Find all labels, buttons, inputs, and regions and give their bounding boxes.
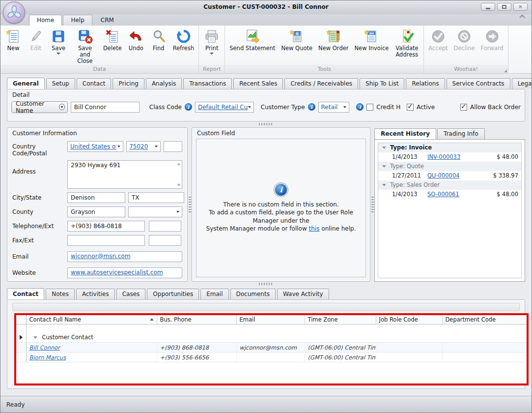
allow-back-order-checkbox[interactable] [460, 104, 467, 111]
new-invoice-button[interactable]: NV★New Invoice [352, 26, 392, 65]
history-row[interactable]: 1/27/2011QU-000004$ 338.97 [378, 171, 521, 180]
tab-recent-sales[interactable]: Recent Sales [233, 78, 283, 89]
class-code-dropdown[interactable]: Default Retail Customer C [195, 102, 254, 113]
contact-name-link[interactable]: Bill Connor [29, 344, 60, 351]
history-row[interactable]: 1/4/2013SO-000061$ 48.00 [378, 190, 521, 199]
save-button[interactable]: Save [47, 26, 70, 65]
email-input[interactable]: wjconnor@msn.com [67, 251, 182, 262]
scroll-up-icon[interactable] [177, 163, 181, 165]
city-input[interactable] [67, 192, 125, 203]
ribbon-tab-crm[interactable]: CRM [93, 15, 121, 26]
tab-setup[interactable]: Setup [46, 78, 75, 89]
website-value[interactable]: www.autoservicespecialist.com [71, 269, 163, 276]
row-selector-cell[interactable] [16, 333, 26, 343]
history-tab-recent-history[interactable]: Recent History [374, 128, 436, 139]
tab-legacy[interactable]: Legacy [512, 78, 532, 89]
history-document-link[interactable]: QU-000004 [427, 172, 480, 179]
history-row[interactable]: 1/4/2013INV-000033$ 48.00 [378, 152, 521, 162]
field-selector-dropdown[interactable]: Customer Name [11, 101, 68, 113]
find-button[interactable]: Find [147, 26, 170, 65]
app-logo-icon[interactable] [3, 1, 25, 24]
maximize-button[interactable] [497, 3, 511, 11]
credit-hold-info-icon[interactable]: i [356, 103, 364, 111]
minimize-button[interactable] [481, 3, 495, 11]
new-order-button[interactable]: ★New Order [315, 26, 351, 65]
history-document-link[interactable]: SO-000061 [427, 191, 480, 198]
subtab-opportunities[interactable]: Opportunities [147, 289, 199, 299]
tab-ship-to-list[interactable]: Ship To List [360, 78, 404, 89]
ribbon-tab-home[interactable]: Home [29, 15, 62, 26]
ribbon-tab-help[interactable]: Help [63, 15, 92, 26]
address-textarea[interactable]: 2930 Hyway 691 [67, 160, 182, 189]
fax-ext-input[interactable] [149, 235, 181, 246]
country-dropdown[interactable]: United States of Amer [67, 141, 123, 152]
close-button[interactable]: ✕ [513, 3, 528, 11]
website-input[interactable]: www.autoservicespecialist.com [67, 267, 182, 278]
history-group-row[interactable]: Type: Quote [378, 162, 521, 171]
subtab-activities[interactable]: Activities [76, 289, 115, 299]
phone-ext-input[interactable] [149, 221, 181, 232]
postal-extra-input[interactable] [164, 141, 182, 152]
refresh-button[interactable]: Refresh [170, 26, 197, 65]
customer-name-input[interactable] [71, 102, 140, 113]
column-header-job-role-code[interactable]: Job Role Code [376, 315, 442, 324]
history-group-row[interactable]: Type: Invoice [378, 143, 521, 152]
county-input[interactable] [67, 206, 125, 217]
subtab-cases[interactable]: Cases [116, 289, 146, 299]
column-header-department-code[interactable]: Department Code [442, 315, 527, 324]
state-input[interactable] [128, 192, 184, 203]
row-selector-cell[interactable] [16, 353, 26, 362]
tab-service-contracts[interactable]: Service Contracts [447, 78, 510, 89]
dialog-launcher-icon[interactable] [504, 69, 507, 72]
contact-row[interactable]: Bjorn Marcus+(903) 556-6656(GMT-06:00) C… [16, 353, 527, 362]
collapse-triangle-icon[interactable] [33, 336, 37, 339]
history-tab-trading-info[interactable]: Trading Info [437, 128, 485, 139]
phone-input[interactable] [67, 221, 145, 232]
subtab-documents[interactable]: Documents [230, 289, 276, 299]
delete-button[interactable]: Delete [100, 26, 125, 65]
tab-analysis[interactable]: Analysis [146, 78, 182, 89]
customer-type-info-icon[interactable]: i [308, 103, 315, 111]
horizontal-splitter[interactable] [7, 121, 525, 127]
online-help-link[interactable]: this [309, 225, 320, 232]
class-code-info-icon[interactable]: i [185, 103, 192, 111]
county-dropdown[interactable] [128, 206, 182, 217]
validate-address-button[interactable]: Validate Address [392, 26, 422, 65]
subtab-wave-activity[interactable]: Wave Activity [277, 289, 329, 299]
save-and-close-button[interactable]: Save and Close [70, 26, 100, 65]
undo-button[interactable]: Undo [125, 26, 147, 65]
email-value[interactable]: wjconnor@msn.com [71, 253, 131, 260]
subtab-contact[interactable]: Contact [7, 288, 44, 299]
vertical-splitter[interactable] [188, 127, 192, 282]
history-group-row[interactable]: Type: Sales Order [378, 180, 521, 190]
collapse-triangle-icon[interactable] [382, 165, 386, 168]
postal-dropdown[interactable]: 75020 [126, 141, 161, 152]
contact-name-link[interactable]: Bjorn Marcus [29, 354, 66, 361]
column-header-bus-phone[interactable]: Bus. Phone [157, 315, 236, 324]
subtab-notes[interactable]: Notes [46, 289, 75, 299]
collapse-triangle-icon[interactable] [382, 147, 386, 149]
tab-pricing[interactable]: Pricing [112, 78, 144, 89]
tab-credits-receivables[interactable]: Credits / Receivables [284, 78, 358, 89]
new-quote-button[interactable]: Q★New Quote [278, 26, 315, 65]
new-button[interactable]: ★New [2, 26, 25, 65]
fax-input[interactable] [67, 235, 145, 246]
contact-row[interactable]: Bill Connor+(903) 868-0818wjconnor@msn.c… [16, 343, 527, 353]
horizontal-splitter[interactable] [7, 282, 525, 287]
tab-contact[interactable]: Contact [77, 78, 112, 89]
column-header-email[interactable]: Email [236, 315, 305, 324]
credit-hold-checkbox[interactable] [366, 104, 373, 111]
subtab-email[interactable]: Email [200, 289, 228, 299]
tab-relations[interactable]: Relations [406, 78, 445, 89]
column-header-contact-full-name[interactable]: Contact Full Name [26, 315, 157, 324]
tab-general[interactable]: General [7, 78, 45, 89]
scroll-down-icon[interactable] [177, 184, 181, 186]
send-statement-button[interactable]: Send Statement [226, 26, 278, 65]
grid-group-row[interactable]: Customer Contact [16, 333, 527, 343]
customer-type-dropdown[interactable]: Retail [318, 102, 350, 113]
tab-transactions[interactable]: Transactions [183, 78, 232, 89]
vertical-splitter[interactable] [370, 127, 374, 282]
active-checkbox[interactable] [407, 104, 414, 111]
history-document-link[interactable]: INV-000033 [427, 153, 480, 160]
row-selector-cell[interactable] [16, 343, 26, 353]
